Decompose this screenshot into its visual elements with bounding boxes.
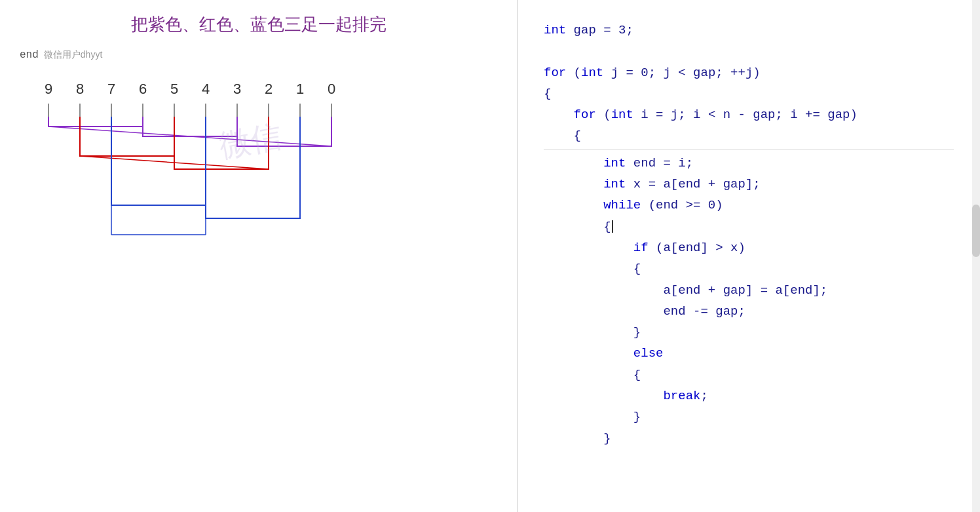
code-line-13: a[end + gap] = a[end]; bbox=[544, 280, 954, 301]
text-cursor bbox=[612, 220, 613, 233]
code-line-11: if (a[end] > x) bbox=[544, 237, 954, 258]
svg-line-10 bbox=[48, 127, 331, 146]
diagram-area: 9 8 7 6 5 4 3 2 1 0 bbox=[20, 81, 347, 343]
numbers-row: 9 8 7 6 5 4 3 2 1 0 bbox=[33, 81, 347, 98]
right-panel: int gap = 3; for (int j = 0; j < gap; ++… bbox=[518, 0, 980, 512]
user-name: 微信用户dhyyt bbox=[44, 49, 102, 61]
num-4: 4 bbox=[190, 81, 221, 98]
code-line-2 bbox=[544, 41, 954, 62]
code-line-1: int gap = 3; bbox=[544, 20, 954, 41]
code-divider bbox=[544, 149, 954, 150]
sorting-diagram bbox=[33, 104, 347, 313]
code-line-3: for (int j = 0; j < gap; ++j) bbox=[544, 62, 954, 83]
scroll-thumb[interactable] bbox=[972, 205, 980, 257]
num-2: 2 bbox=[253, 81, 284, 98]
num-5: 5 bbox=[159, 81, 190, 98]
code-line-4: { bbox=[544, 83, 954, 104]
num-1: 1 bbox=[284, 81, 316, 98]
end-label: end bbox=[20, 49, 39, 61]
code-line-5: for (int i = j; i < n - gap; i += gap) bbox=[544, 104, 954, 125]
code-line-20: } bbox=[544, 428, 954, 449]
code-line-17: { bbox=[544, 364, 954, 385]
code-line-9: while (end >= 0) bbox=[544, 195, 954, 216]
num-0: 0 bbox=[316, 81, 347, 98]
main-container: 把紫色、红色、蓝色三足一起排完 end 微信用户dhyyt 9 8 7 6 5 … bbox=[0, 0, 980, 512]
code-line-10: { bbox=[544, 216, 954, 237]
slide-title: 把紫色、红色、蓝色三足一起排完 bbox=[20, 13, 497, 36]
code-line-6: { bbox=[544, 125, 954, 146]
user-info: end 微信用户dhyyt bbox=[20, 49, 497, 61]
code-line-18: break; bbox=[544, 385, 954, 406]
code-line-12: { bbox=[544, 258, 954, 279]
num-6: 6 bbox=[127, 81, 159, 98]
num-8: 8 bbox=[64, 81, 96, 98]
scrollbar[interactable] bbox=[972, 0, 980, 512]
num-9: 9 bbox=[33, 81, 64, 98]
code-line-19: } bbox=[544, 406, 954, 427]
code-line-15: } bbox=[544, 322, 954, 343]
num-3: 3 bbox=[221, 81, 253, 98]
left-panel: 把紫色、红色、蓝色三足一起排完 end 微信用户dhyyt 9 8 7 6 5 … bbox=[0, 0, 518, 512]
num-7: 7 bbox=[96, 81, 127, 98]
code-line-8: int x = a[end + gap]; bbox=[544, 174, 954, 195]
code-line-14: end -= gap; bbox=[544, 301, 954, 322]
code-block: int gap = 3; for (int j = 0; j < gap; ++… bbox=[544, 20, 954, 449]
code-line-7: int end = i; bbox=[544, 153, 954, 174]
code-line-16: else bbox=[544, 343, 954, 364]
